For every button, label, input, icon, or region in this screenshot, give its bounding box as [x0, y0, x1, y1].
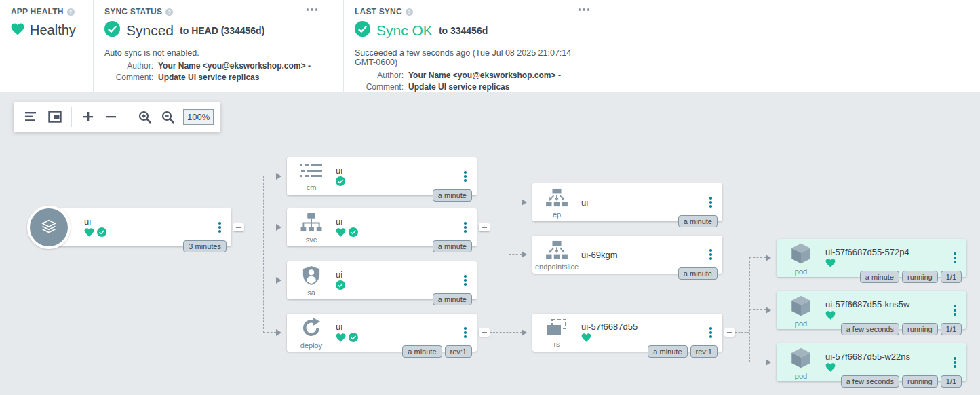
resource-name: ui-57f6687d55-w22ns — [825, 352, 946, 362]
node-pod-ui-57f6687d55-kns5w[interactable]: pod ui-57f6687d55-kns5w a few seconds ru… — [777, 291, 966, 329]
edge-arrow — [276, 173, 281, 180]
zoom-out-button[interactable] — [100, 105, 123, 128]
age-badge: a minute — [648, 345, 687, 358]
sync-status-value: Synced — [126, 22, 174, 39]
last-sync-label: LAST SYNC — [355, 7, 402, 16]
node-service-ui[interactable]: svc ui a minute — [287, 208, 477, 246]
node-pod-ui-57f6687d55-w22ns[interactable]: pod ui-57f6687d55-w22ns a few seconds ru… — [777, 343, 966, 381]
collapse-stub-app[interactable] — [233, 223, 244, 231]
edge-line — [509, 254, 522, 255]
node-endpointslice-ui-69kgm[interactable]: endpointslice ui-69kgm a minute — [532, 236, 722, 274]
deployment-icon — [300, 317, 322, 341]
ready-badge: 1/1 — [941, 323, 962, 335]
replicaset-icon — [545, 318, 569, 340]
pod-icon — [790, 242, 812, 267]
age-badge: 3 minutes — [183, 240, 227, 252]
node-menu-button[interactable] — [946, 357, 964, 368]
status-badge: running — [902, 323, 938, 335]
edge-arrow — [276, 329, 281, 336]
toolbar-separator — [128, 107, 128, 127]
resource-kind-label: endpointslice — [535, 263, 579, 271]
node-menu-button[interactable] — [946, 252, 964, 263]
comment-value: Update UI service replicas — [158, 73, 259, 82]
ellipsis-menu-icon[interactable] — [307, 8, 318, 11]
edge-arrow — [522, 329, 527, 336]
resource-kind-label: pod — [795, 267, 807, 276]
node-endpoints-ui[interactable]: ep ui a minute — [532, 183, 722, 221]
age-badge: a minute — [402, 345, 442, 358]
collapse-stub-deploy[interactable] — [479, 328, 490, 337]
node-menu-button[interactable] — [702, 197, 720, 208]
resource-kind-label: cm — [307, 183, 317, 191]
healthy-heart-icon — [336, 227, 346, 240]
node-serviceaccount-ui[interactable]: sa ui a minute — [287, 261, 477, 299]
synced-check-icon — [104, 21, 120, 39]
resource-name: ui — [336, 217, 456, 227]
sync-ok-check-icon — [355, 21, 370, 39]
fit-to-view-icon[interactable] — [43, 105, 66, 128]
node-menu-button[interactable] — [946, 305, 964, 316]
edge-line — [749, 362, 766, 362]
synced-check-icon — [336, 280, 345, 293]
edge-line — [749, 257, 766, 258]
age-badge: a minute — [678, 267, 718, 280]
serviceaccount-icon — [302, 265, 321, 288]
help-icon[interactable] — [67, 8, 75, 16]
author-value: Your Name <you@eksworkshop.com> - — [158, 61, 311, 71]
toolbar-separator — [71, 107, 72, 127]
endpointslice-icon — [543, 240, 570, 263]
edge-arrow — [522, 199, 527, 206]
revision-badge: rev:1 — [690, 345, 718, 358]
help-icon[interactable] — [406, 8, 413, 16]
edge-line — [263, 176, 276, 176]
magnifier-zoom-out-icon[interactable] — [156, 105, 179, 128]
edge-arrow — [766, 255, 771, 261]
age-badge: a minute — [433, 293, 472, 305]
status-header: APP HEALTH Healthy SYNC STATUS Synced to… — [0, 0, 980, 92]
age-badge: a minute — [678, 215, 718, 227]
author-label: Author: — [104, 61, 153, 71]
age-badge: a few seconds — [841, 323, 899, 335]
resource-name: ui — [84, 217, 211, 227]
status-badge: running — [902, 375, 938, 388]
edge-line — [263, 332, 276, 333]
zoom-in-button[interactable] — [77, 105, 100, 128]
healthy-heart-icon — [825, 258, 836, 270]
node-menu-button[interactable] — [456, 222, 474, 233]
node-menu-button[interactable] — [702, 327, 720, 338]
node-pod-ui-57f6687d55-572p4[interactable]: pod ui-57f6687d55-572p4 a minute running… — [777, 239, 966, 277]
application-layers-icon — [27, 206, 71, 249]
node-configmap-ui[interactable]: cm ui a minute — [287, 157, 477, 195]
ellipsis-menu-icon[interactable] — [579, 8, 590, 11]
comment-label: Comment: — [104, 73, 153, 82]
help-icon[interactable] — [165, 8, 173, 16]
auto-sync-note: Auto sync is not enabled. — [104, 48, 332, 58]
age-badge: a minute — [433, 240, 472, 252]
author-value: Your Name <you@eksworkshop.com> - — [408, 71, 561, 80]
magnifier-zoom-in-icon[interactable] — [133, 105, 156, 128]
node-replicaset-ui-57f6687d55[interactable]: rs ui-57f6687d55 a minute rev:1 — [532, 314, 722, 352]
collapse-stub-rs[interactable] — [724, 328, 735, 337]
resource-kind-label: ep — [553, 210, 561, 219]
node-application-ui[interactable]: ui 3 minutes — [46, 208, 231, 246]
edge-arrow — [766, 359, 771, 366]
node-deployment-ui[interactable]: deploy ui a minute rev:1 — [287, 314, 477, 352]
edge-line — [490, 227, 509, 227]
node-menu-button[interactable] — [702, 249, 720, 260]
node-menu-button[interactable] — [456, 327, 474, 338]
sync-status-label: SYNC STATUS — [104, 7, 162, 16]
revision-badge: rev:1 — [445, 345, 472, 358]
collapse-stub-svc[interactable] — [479, 223, 490, 231]
resource-name: ui-57f6687d55 — [581, 322, 702, 332]
healthy-heart-icon — [84, 227, 94, 240]
node-menu-button[interactable] — [456, 171, 474, 182]
node-menu-button[interactable] — [456, 275, 474, 286]
last-sync-panel: LAST SYNC Sync OK to 334456d Succeeded a… — [344, 0, 602, 92]
resource-name: ui-57f6687d55-572p4 — [825, 247, 946, 257]
align-list-icon[interactable] — [20, 105, 43, 128]
age-badge: a minute — [433, 189, 472, 202]
node-menu-button[interactable] — [211, 222, 229, 233]
zoom-level-field[interactable]: 100% — [183, 109, 214, 125]
comment-value: Update UI service replicas — [408, 82, 509, 92]
author-label: Author: — [355, 71, 404, 80]
